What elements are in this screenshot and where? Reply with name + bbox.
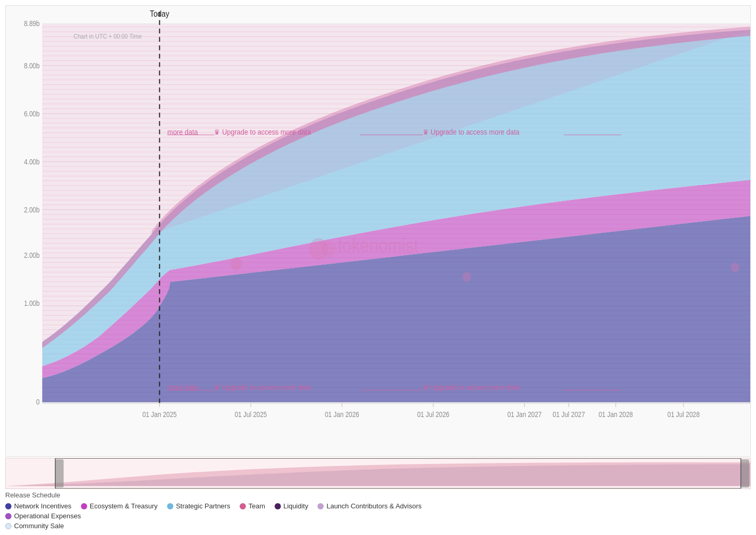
svg-rect-64 xyxy=(741,459,749,488)
network-incentives-label: Network Incentives xyxy=(14,502,72,510)
legend-item-launch-contributors: Launch Contributors & Advisors xyxy=(317,502,421,510)
legend-item-ecosystem-treasury: Ecosystem & Treasury xyxy=(81,502,158,510)
svg-text:2.00b: 2.00b xyxy=(24,206,40,214)
svg-text:Upgrade to access more data: Upgrade to access more data xyxy=(222,128,311,137)
strategic-partners-dot xyxy=(167,503,173,509)
svg-text:Today: Today xyxy=(150,9,170,18)
legend-item-operational-expenses: Operational Expenses xyxy=(5,512,751,520)
ecosystem-treasury-label: Ecosystem & Treasury xyxy=(90,502,158,510)
svg-text:♛: ♛ xyxy=(214,384,220,392)
svg-text:Upgrade to access more data: Upgrade to access more data xyxy=(222,383,311,392)
legend-item-community-sale: Community Sale xyxy=(5,522,64,530)
svg-text:more data: more data xyxy=(168,128,198,137)
svg-text:♛: ♛ xyxy=(214,128,220,137)
team-label: Team xyxy=(249,502,265,510)
chart-area: Today Chart in UTC + 00:00 Time 8.89b 8.… xyxy=(5,5,751,457)
svg-text:Upgrade to access more data: Upgrade to access more data xyxy=(431,383,519,392)
liquidity-label: Liquidity xyxy=(284,502,309,510)
network-incentives-dot xyxy=(5,503,11,509)
svg-text:⬤: ⬤ xyxy=(462,270,471,281)
svg-rect-63 xyxy=(55,459,64,488)
minimap-area[interactable] xyxy=(5,458,751,489)
svg-text:1.00b: 1.00b xyxy=(24,300,40,308)
svg-text:Upgrade to access more data: Upgrade to access more data xyxy=(431,128,519,137)
legend-area: Network Incentives Ecosystem & Treasury … xyxy=(5,502,751,530)
svg-text:01 Jan 2027: 01 Jan 2027 xyxy=(507,410,542,419)
svg-text:01 Jan 2026: 01 Jan 2026 xyxy=(325,410,359,419)
legend-item-liquidity: Liquidity xyxy=(275,502,309,510)
svg-text:Chart in UTC + 00:00 Time: Chart in UTC + 00:00 Time xyxy=(74,33,142,41)
svg-text:♛: ♛ xyxy=(423,128,429,137)
team-dot xyxy=(240,503,246,509)
svg-text:2.00b: 2.00b xyxy=(24,251,40,259)
legend-item-strategic-partners: Strategic Partners xyxy=(167,502,230,510)
liquidity-dot xyxy=(275,503,281,509)
svg-text:01 Jul 2026: 01 Jul 2026 xyxy=(417,410,450,419)
svg-text:⬤: ⬤ xyxy=(230,255,243,270)
ecosystem-treasury-dot xyxy=(81,503,87,509)
svg-text:0: 0 xyxy=(36,398,40,406)
svg-text:01 Jul 2028: 01 Jul 2028 xyxy=(667,410,700,419)
svg-text:01 Jul 2025: 01 Jul 2025 xyxy=(234,410,267,419)
svg-text:01 Jan 2025: 01 Jan 2025 xyxy=(143,410,177,419)
svg-point-33 xyxy=(322,241,336,257)
community-sale-label: Community Sale xyxy=(14,522,64,530)
svg-text:6.00b: 6.00b xyxy=(24,110,40,118)
svg-text:01 Jul 2027: 01 Jul 2027 xyxy=(553,410,585,419)
svg-text:⬤: ⬤ xyxy=(730,261,740,272)
svg-text:♛: ♛ xyxy=(423,384,429,392)
operational-expenses-dot xyxy=(5,513,11,519)
strategic-partners-label: Strategic Partners xyxy=(176,502,230,510)
release-schedule-label: Release Schedule Network Incentives Ecos… xyxy=(5,489,751,530)
legend-item-network-incentives: Network Incentives xyxy=(5,502,72,510)
launch-contributors-dot xyxy=(317,503,324,509)
community-sale-dot xyxy=(5,523,11,529)
svg-text:8.89b: 8.89b xyxy=(24,19,40,28)
launch-contributors-label: Launch Contributors & Advisors xyxy=(326,502,421,510)
svg-text:01 Jan 2028: 01 Jan 2028 xyxy=(598,410,633,419)
operational-expenses-label: Operational Expenses xyxy=(14,512,81,520)
svg-text:8.00b: 8.00b xyxy=(24,62,40,70)
svg-text:4.00b: 4.00b xyxy=(24,158,40,166)
legend-item-team: Team xyxy=(240,502,265,510)
svg-text:tokenomist: tokenomist xyxy=(338,235,419,256)
svg-text:more data: more data xyxy=(168,383,198,392)
